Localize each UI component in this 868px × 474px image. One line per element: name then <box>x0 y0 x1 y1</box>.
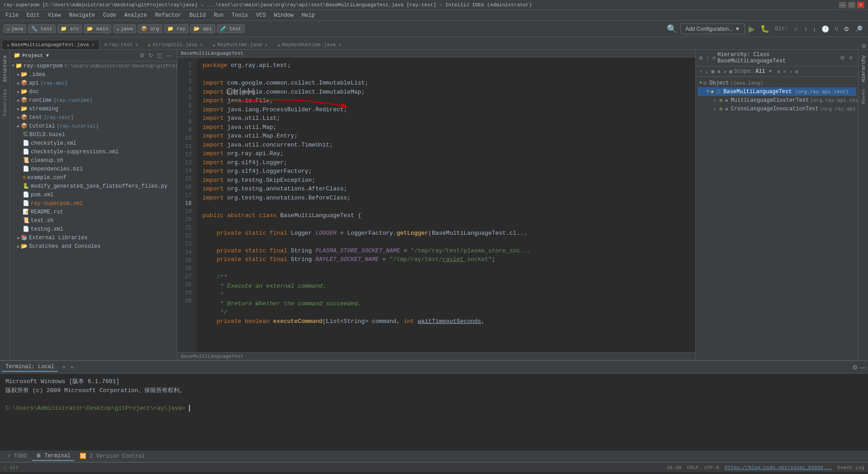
hierarchy-close-btn[interactable]: ✕ <box>847 54 854 62</box>
tab-raydevruntime[interactable]: ☕ RayDevRuntime.java ✕ <box>273 40 346 49</box>
run-button[interactable]: ▶ <box>747 23 757 35</box>
tree-test-sh[interactable]: 📜 test.sh <box>10 216 177 225</box>
vtab-structure[interactable]: Structure <box>1 52 9 85</box>
terminal-add-button[interactable]: + <box>70 364 74 371</box>
tree-pom[interactable]: 📄 pom.xml <box>10 190 177 199</box>
hierarchy-multilang-cluster[interactable]: ▷ ◉ ◈ MultiLanguageClusterTest (org.ray.… <box>698 96 856 104</box>
close-tab-rayruntime[interactable]: ✕ <box>265 42 268 47</box>
sidebar-sync-btn[interactable]: ↻ <box>147 52 155 59</box>
menu-navigate[interactable]: Navigate <box>65 11 99 19</box>
tree-external-libraries[interactable]: ▶ 📚 External Libraries <box>10 233 177 242</box>
toolbar-java-badge[interactable]: ☕ java <box>4 24 26 33</box>
tree-tutorial[interactable]: ▶ 📦 tutorial [ray-tutorial] <box>10 122 177 130</box>
tree-runtime[interactable]: ▶ 📦 runtime [ray-runtime] <box>10 96 177 104</box>
close-tab-base[interactable]: ✕ <box>92 42 94 47</box>
tree-ray-superpom-xml[interactable]: 📄 ray-superpom.xml <box>10 199 177 208</box>
minimize-button[interactable]: — <box>839 2 846 8</box>
menu-file[interactable]: File <box>2 11 22 19</box>
expand-tabs-button[interactable]: ⊞ <box>862 43 866 49</box>
tree-doc[interactable]: ▶ 📂 doc <box>10 87 177 96</box>
tab-version-control[interactable]: 🔀 2 Version Control <box>76 452 149 460</box>
menu-code[interactable]: Code <box>99 11 120 19</box>
terminal-local-tab[interactable]: Terminal: Local <box>2 363 58 372</box>
vtab-hierarchy[interactable]: Hierarchy <box>860 52 867 85</box>
vtab-maven[interactable]: Maven <box>860 85 867 108</box>
toolbar-test-badge[interactable]: 🔧 test <box>28 24 56 33</box>
toolbar-api-badge[interactable]: 📂 api <box>190 24 215 33</box>
git-branch-button[interactable]: ⑂ <box>833 24 840 33</box>
tab-stringutil[interactable]: ☕ StringUtil.java ✕ <box>143 40 208 49</box>
vtab-favorites[interactable]: Favorites <box>1 85 9 119</box>
tree-cleanup[interactable]: 📜 cleanup.sh <box>10 156 177 165</box>
tab-base-multilanguage[interactable]: ☕ BaseMultiLanguageTest.java ✕ <box>2 40 99 49</box>
git-history-button[interactable]: 🕐 <box>820 24 831 33</box>
menu-edit[interactable]: Edit <box>23 11 43 19</box>
tree-testng-xml[interactable]: 📄 testng.xml <box>10 225 177 233</box>
git-update-button[interactable]: ↑ <box>802 24 809 33</box>
status-event-log[interactable]: Event Log <box>838 465 864 470</box>
tree-test[interactable]: ▶ 📦 test [ray-test] <box>10 113 177 122</box>
close-tab-ray-test[interactable]: ✕ <box>136 42 138 47</box>
hierarchy-settings-btn[interactable]: ⚙ <box>839 54 846 62</box>
terminal-settings-btn[interactable]: ⚙ <box>852 364 858 371</box>
tree-idea[interactable]: ▶ 📂 .idea <box>10 70 177 79</box>
tree-root[interactable]: ▼ 📁 ray-superpom C:\Users\Administrator\… <box>10 62 177 70</box>
menu-tools[interactable]: Tools <box>228 11 252 19</box>
menu-vcs[interactable]: VCS <box>253 11 270 19</box>
code-editor[interactable]: 1 2 3 4 5 6 7 8 9 10 11 12 13 14 15 16 1… <box>177 57 695 352</box>
tree-readme[interactable]: 📝 README.rst <box>10 208 177 216</box>
menu-help[interactable]: Help <box>298 11 318 19</box>
toolbar-main-badge[interactable]: 📂 main <box>84 24 111 33</box>
close-tab-stringutil[interactable]: ✕ <box>200 42 203 47</box>
hierarchy-object[interactable]: ▼ ◎ Object (java.lang) <box>698 79 856 87</box>
tree-modify-py[interactable]: 🐍 modify_generated_java_flatbuffers_file… <box>10 182 177 190</box>
add-configuration-button[interactable]: Add Configuration... ▼ <box>680 24 745 34</box>
tree-build-bazel[interactable]: 🏗 BUILD.bazel <box>10 130 177 139</box>
git-push-button[interactable]: ↓ <box>811 24 818 33</box>
toolbar-settings-button[interactable]: ⚙ <box>842 24 851 33</box>
config-icon: ⚙ <box>104 42 107 47</box>
tree-checkstyle-suppressions[interactable]: 📄 checkstyle-suppressions.xml <box>10 147 177 156</box>
terminal-minimize-btn[interactable]: — <box>860 364 866 371</box>
tree-example-conf[interactable]: ⚙ example.conf <box>10 173 177 182</box>
status-utf8[interactable]: UTF-8 <box>704 465 719 470</box>
tree-scratches[interactable]: ▶ 📂 Scratches and Consoles <box>10 242 177 251</box>
toolbar-org-badge[interactable]: 📦 org <box>138 24 162 33</box>
status-crlf[interactable]: CRLF <box>687 465 699 470</box>
close-tab-raydevruntime[interactable]: ✕ <box>339 42 341 47</box>
menu-view[interactable]: View <box>44 11 65 19</box>
restore-button[interactable]: □ <box>848 2 855 8</box>
toolbar-ray-badge[interactable]: 📁 ray <box>164 24 189 33</box>
sidebar-minimize-btn[interactable]: — <box>165 52 173 59</box>
tree-api[interactable]: ▶ 📦 api [ray-api] <box>10 79 177 87</box>
menu-build[interactable]: Build <box>186 11 209 19</box>
git-checkmark-button[interactable]: ✓ <box>792 24 801 33</box>
sidebar-settings-btn[interactable]: ⚙ <box>138 52 146 59</box>
menu-run[interactable]: Run <box>210 11 227 19</box>
tree-streaming[interactable]: ▶ 📂 streaming <box>10 104 177 113</box>
hierarchy-base-multilang[interactable]: ▼ ◈ ⬡ BaseMultiLanguageTest (org.ray.api… <box>698 87 856 96</box>
tab-todo[interactable]: ⚡ TODO <box>4 452 30 460</box>
menu-analyze[interactable]: Analyze <box>121 11 151 19</box>
terminal-content[interactable]: Microsoft Windows [版本 6.1.7601] 版权所有 (c)… <box>0 374 868 450</box>
base-pkg: (org.ray.api.test) <box>795 89 849 95</box>
debug-button[interactable]: 🐛 <box>759 24 771 34</box>
close-button[interactable]: ✕ <box>857 2 864 8</box>
toolbar-java2-badge[interactable]: ☕ java <box>113 24 136 33</box>
toolbar-test2-badge[interactable]: 🧪 test <box>217 24 245 33</box>
tab-ray-test[interactable]: ⚙ ray-test ✕ <box>99 40 143 49</box>
menu-refactor[interactable]: Refactor <box>151 11 185 19</box>
toolbar-src-badge[interactable]: 📁 src <box>57 24 82 33</box>
toolbar-search-button[interactable]: 🔎 <box>853 24 864 33</box>
terminal-x-btn[interactable]: ✕ <box>60 363 68 371</box>
hierarchy-cross-lang[interactable]: ▷ ◉ ◈ CrossLanguageInvocationTest (org.r… <box>698 104 856 113</box>
search-everywhere-button[interactable]: 🔍 <box>665 23 679 35</box>
code-content[interactable]: package org.ray.api.test; import com.goo… <box>197 57 695 352</box>
tab-terminal[interactable]: 🖥 Terminal <box>32 451 74 461</box>
status-url[interactable]: https://blog.csdn.net/sinat_82036... <box>725 465 832 470</box>
tree-checkstyle[interactable]: 📄 checkstyle.xml <box>10 139 177 147</box>
tree-dependencies[interactable]: 📄 dependencies.bzl <box>10 165 177 173</box>
sidebar-collapse-btn[interactable]: ◫ <box>156 52 164 59</box>
menu-window[interactable]: Window <box>270 11 297 19</box>
tab-rayruntime[interactable]: ☕ RayRuntime.java ✕ <box>208 40 273 49</box>
